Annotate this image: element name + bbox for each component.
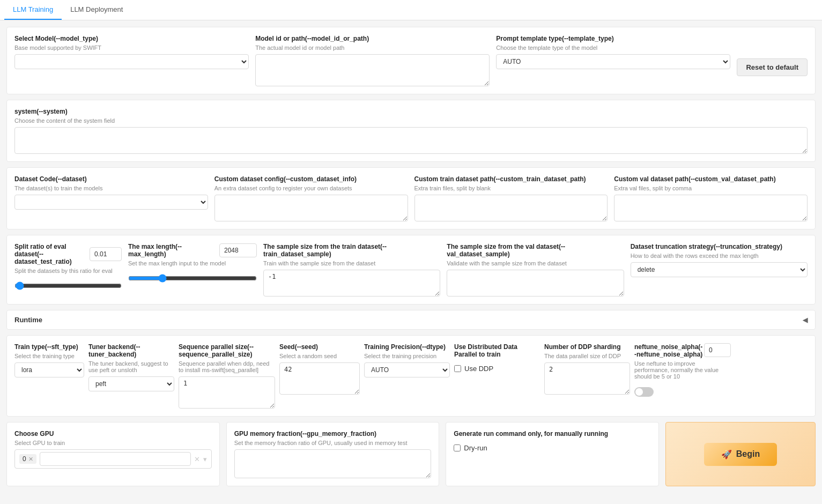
train-type-desc: Select the training type: [14, 353, 84, 359]
dry-run-checkbox-row: Dry-run: [454, 444, 651, 452]
tab-bar: LLM Training LLM Deployment: [0, 0, 822, 20]
prompt-template-field: Prompt template type(--template_type) Ch…: [496, 35, 730, 86]
use-ddp-checkbox-label: Use DDP: [464, 365, 493, 373]
val-sample-desc: Validate with the sample size from the d…: [447, 260, 624, 266]
val-sample-field: The sample size from the val dataset(--v…: [447, 243, 624, 297]
custom-dataset-config-desc: An extra dataset config to register your…: [214, 185, 408, 191]
use-ddp-field: Use Distributed Data Parallel to train U…: [454, 343, 540, 409]
model-row: Select Model(--model_type) Base model su…: [14, 35, 808, 86]
select-model-input[interactable]: [14, 54, 249, 69]
dry-run-checkbox[interactable]: [454, 444, 461, 451]
tab-llm-deployment[interactable]: LLM Deployment: [62, 0, 131, 20]
custom-val-path-input[interactable]: [614, 195, 808, 221]
tuner-backend-field: Tuner backend(--tuner_backend) The tuner…: [88, 343, 174, 409]
max-length-input[interactable]: [219, 243, 257, 257]
max-length-label: The max length(--max_length): [128, 243, 219, 258]
model-id-desc: The actual model id or model path: [255, 45, 490, 51]
runtime-content: Train type(--sft_type) Select the traini…: [6, 335, 816, 417]
use-ddp-checkbox-row: Use DDP: [454, 365, 540, 373]
neftune-field: neftune_noise_alpha(--neftune_noise_alph…: [634, 343, 731, 409]
training-precision-input[interactable]: AUTO fp16 bf16 fp32: [364, 362, 450, 377]
model-id-input[interactable]: [255, 54, 490, 86]
train-sample-input[interactable]: -1: [263, 270, 440, 297]
begin-card: 🚀 Begin: [665, 422, 816, 486]
select-model-label: Select Model(--model_type): [14, 35, 249, 42]
choose-gpu-label: Choose GPU: [14, 430, 212, 438]
custom-val-path-desc: Extra val files, split by comma: [614, 185, 808, 191]
truncation-strategy-label: Dataset truncation strategy(--truncation…: [631, 243, 808, 250]
truncation-strategy-field: Dataset truncation strategy(--truncation…: [631, 243, 808, 297]
split-ratio-field: Split ratio of eval dataset(--dataset_te…: [14, 243, 122, 297]
split-ratio-slider[interactable]: [14, 281, 122, 290]
custom-val-path-field: Custom val dataset path(--custom_val_dat…: [614, 175, 808, 221]
max-length-desc: Set the max length input to the model: [128, 260, 257, 266]
choose-gpu-card: Choose GPU Select GPU to train 0 ✕ ✕ ▾: [6, 422, 220, 486]
gpu-memory-input[interactable]: [234, 449, 432, 478]
custom-train-path-input[interactable]: [414, 195, 608, 221]
custom-dataset-config-label: Custom dataset config(--custom_dataset_i…: [214, 175, 408, 183]
begin-label: Begin: [736, 449, 760, 459]
params-row: Split ratio of eval dataset(--dataset_te…: [14, 243, 808, 297]
main-content: Select Model(--model_type) Base model su…: [0, 20, 822, 493]
tab-llm-training[interactable]: LLM Training: [4, 0, 62, 20]
dataset-code-input[interactable]: [14, 195, 208, 210]
truncation-strategy-input[interactable]: delete truncation_left truncation_right: [631, 262, 808, 277]
dataset-row: Dataset Code(--dataset) The dataset(s) t…: [14, 175, 808, 221]
ddp-sharding-input[interactable]: 2: [544, 362, 630, 395]
runtime-row: Train type(--sft_type) Select the traini…: [14, 343, 808, 409]
neftune-toggle[interactable]: [634, 387, 654, 397]
truncation-strategy-desc: How to deal with the rows exceed the max…: [631, 253, 808, 259]
begin-button[interactable]: 🚀 Begin: [704, 443, 777, 466]
prompt-template-desc: Choose the template type of the model: [496, 45, 730, 51]
gpu-clear-icon[interactable]: ✕: [194, 455, 200, 463]
max-length-slider[interactable]: [128, 274, 257, 283]
tuner-backend-desc: The tuner backend, suggest to use peft o…: [88, 360, 174, 373]
tuner-backend-label: Tuner backend(--tuner_backend): [88, 343, 174, 358]
val-sample-input[interactable]: [447, 270, 624, 297]
select-model-field: Select Model(--model_type) Base model su…: [14, 35, 249, 86]
runtime-section-header[interactable]: Runtime ◀: [6, 310, 816, 330]
neftune-desc: Use neftune to improve performance, norm…: [634, 360, 731, 380]
custom-dataset-config-field: Custom dataset config(--custom_dataset_i…: [214, 175, 408, 221]
custom-dataset-config-input[interactable]: [214, 195, 408, 221]
neftune-value-input[interactable]: [704, 343, 731, 357]
train-type-field: Train type(--sft_type) Select the traini…: [14, 343, 84, 409]
dataset-code-desc: The dataset(s) to train the models: [14, 185, 208, 191]
dataset-code-label: Dataset Code(--dataset): [14, 175, 208, 183]
seq-parallel-input[interactable]: 1: [179, 376, 275, 409]
custom-train-path-label: Custom train dataset path(--custom_train…: [414, 175, 608, 183]
training-precision-label: Training Precision(--dtype): [364, 343, 450, 351]
ddp-sharding-label: Number of DDP sharding: [544, 343, 630, 351]
begin-icon: 🚀: [721, 449, 732, 459]
prompt-template-input[interactable]: AUTO: [496, 54, 730, 69]
system-section: system(--system) Choose the content of t…: [6, 100, 816, 162]
tuner-backend-input[interactable]: peft unsloth: [88, 376, 174, 391]
choose-gpu-desc: Select GPU to train: [14, 440, 212, 446]
system-input[interactable]: [14, 127, 808, 154]
use-ddp-checkbox[interactable]: [454, 365, 461, 372]
model-id-field: Model id or path(--model_id_or_path) The…: [255, 35, 490, 86]
split-ratio-input[interactable]: [90, 247, 122, 261]
gpu-tag: 0 ✕: [19, 454, 36, 464]
dry-run-label: Generate run command only, for manually …: [454, 430, 651, 438]
use-ddp-label: Use Distributed Data Parallel to train: [454, 343, 540, 358]
seq-parallel-desc: Sequence parallel when ddp, need to inst…: [179, 360, 275, 373]
system-desc: Choose the content of the system field: [14, 117, 808, 124]
gpu-selector[interactable]: 0 ✕ ✕ ▾: [14, 449, 212, 469]
gpu-select-input[interactable]: [40, 452, 191, 466]
seed-input[interactable]: 42: [279, 362, 360, 395]
custom-train-path-field: Custom train dataset path(--custom_train…: [414, 175, 608, 221]
gpu-tag-close[interactable]: ✕: [28, 456, 33, 463]
dry-run-checkbox-label: Dry-run: [464, 444, 487, 452]
train-type-input[interactable]: lora full longlora adalora: [14, 362, 84, 377]
train-sample-label: The sample size from the train dataset(-…: [263, 243, 440, 258]
gpu-dropdown-icon[interactable]: ▾: [203, 455, 207, 463]
reset-button[interactable]: Reset to default: [737, 58, 808, 76]
neftune-toggle-slider: [634, 387, 654, 397]
prompt-template-label: Prompt template type(--template_type): [496, 35, 730, 42]
seq-parallel-label: Sequence parallel size(--sequence_parall…: [179, 343, 275, 358]
training-precision-field: Training Precision(--dtype) Select the t…: [364, 343, 450, 409]
gpu-memory-card: GPU memory fraction(--gpu_memory_fractio…: [226, 422, 440, 486]
seed-field: Seed(--seed) Select a random seed 42: [279, 343, 360, 409]
dry-run-card: Generate run command only, for manually …: [446, 422, 659, 486]
